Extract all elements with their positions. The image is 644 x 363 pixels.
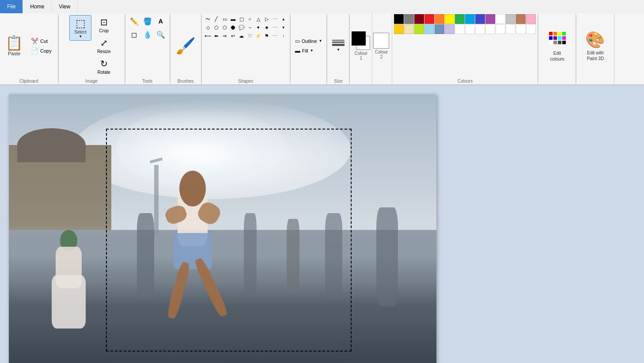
text-button[interactable]: A <box>155 15 167 27</box>
palette-color-11[interactable] <box>506 14 515 24</box>
shapes-scroll-down[interactable]: ▼ <box>280 23 288 31</box>
shape-ellipse[interactable]: ○ <box>246 15 254 23</box>
paste-button[interactable]: 📋 Paste <box>2 34 27 58</box>
shapes-scroll-up[interactable]: ▲ <box>280 15 288 23</box>
shape-rect[interactable]: ▭ <box>221 15 229 23</box>
svg-rect-11 <box>562 41 566 44</box>
palette-color-r2-2[interactable] <box>414 24 424 34</box>
palette-color-r2-13[interactable] <box>526 24 536 34</box>
shape-diamond[interactable]: ◇ <box>204 23 212 31</box>
shape-cloud[interactable]: ☁ <box>238 32 246 40</box>
resize-button[interactable]: ⤢ Resize <box>94 36 114 56</box>
shapes-expand[interactable]: ↕ <box>280 32 288 40</box>
pencil-button[interactable]: ✏️ <box>128 15 140 27</box>
tab-file[interactable]: File <box>0 0 23 13</box>
resize-icon: ⤢ <box>100 38 108 48</box>
colour1-swatch[interactable] <box>352 31 366 46</box>
shape-extra[interactable]: ⋯ <box>271 32 279 40</box>
palette-color-0[interactable] <box>394 14 404 24</box>
palette-color-4[interactable] <box>435 14 444 24</box>
svg-rect-1 <box>553 32 557 35</box>
shape-line[interactable]: ╱ <box>212 15 220 23</box>
edit-colours-button[interactable]: Edit colours <box>542 28 572 64</box>
palette-color-r2-8[interactable] <box>475 24 485 34</box>
palette-color-r2-3[interactable] <box>424 24 434 34</box>
palette-color-9[interactable] <box>485 14 495 24</box>
edit-paint3d-button[interactable]: 🎨 Edit with Paint 3D <box>580 29 610 63</box>
palette-color-13[interactable] <box>526 14 536 24</box>
rotate-button[interactable]: ↻ Rotate <box>94 57 114 76</box>
colour1-item: Colour 1 <box>352 31 370 61</box>
svg-rect-2 <box>558 32 561 35</box>
colour2-large-swatch[interactable] <box>373 33 389 49</box>
palette-color-5[interactable] <box>445 14 455 24</box>
palette-color-r2-10[interactable] <box>496 24 505 34</box>
copy-button[interactable]: 📄 Copy <box>28 46 54 55</box>
palette-color-r2-0[interactable] <box>394 24 404 34</box>
color-picker-button[interactable]: 💧 <box>141 28 154 41</box>
shape-arrow2[interactable]: ⟵ <box>204 32 212 40</box>
palette-color-r2-12[interactable] <box>516 24 526 34</box>
shape-star4[interactable]: ✦ <box>254 23 262 31</box>
shape-triangle2[interactable]: ▷ <box>263 15 271 23</box>
svg-rect-4 <box>549 36 553 40</box>
shape-arrow4[interactable]: ⇒ <box>221 32 229 40</box>
shape-arrow[interactable]: → <box>246 23 254 31</box>
palette-color-7[interactable] <box>465 14 475 24</box>
shape-more[interactable]: ⋯ <box>271 15 279 23</box>
resize-label: Resize <box>97 49 111 54</box>
svg-rect-10 <box>558 41 561 44</box>
palette-color-r2-7[interactable] <box>465 24 475 34</box>
palette-color-r2-11[interactable] <box>506 24 515 34</box>
rotate-icon: ↻ <box>100 58 108 69</box>
brushes-icon: 🖌️ <box>176 37 196 55</box>
shape-arrow5[interactable]: ↩ <box>229 32 237 40</box>
palette-color-10[interactable] <box>496 14 505 24</box>
outline-button[interactable]: ▭ Outline ▼ <box>293 37 324 45</box>
cut-button[interactable]: ✂️ Cut <box>28 37 54 46</box>
edit-colours-label: Edit colours <box>550 50 564 62</box>
tab-view[interactable]: View <box>52 0 78 13</box>
shape-callout[interactable]: 💬 <box>238 23 246 31</box>
palette-color-r2-6[interactable] <box>455 24 465 34</box>
shape-more2[interactable]: ⋯ <box>271 23 279 31</box>
shape-heart[interactable]: ♡ <box>246 32 254 40</box>
brushes-section-label: Brushes <box>170 78 201 84</box>
palette-color-1[interactable] <box>404 14 414 24</box>
palette-color-12[interactable] <box>516 14 526 24</box>
colours-section-label: Colours <box>392 78 538 84</box>
shape-star5[interactable]: ★ <box>263 23 271 31</box>
shape-hex[interactable]: ⬡ <box>221 23 229 31</box>
select-button[interactable]: ⬚ Select ▼ <box>69 15 91 41</box>
shape-oct[interactable]: ⯃ <box>229 23 237 31</box>
palette-color-2[interactable] <box>414 14 424 24</box>
shape-curve[interactable]: 〜 <box>204 15 212 23</box>
brushes-button[interactable]: 🖌️ <box>176 37 196 55</box>
shape-pentagon[interactable]: ⬠ <box>212 23 220 31</box>
fill-button[interactable]: ▬ Fill ▼ <box>293 47 324 55</box>
palette-color-8[interactable] <box>475 14 485 24</box>
palette-color-r2-1[interactable] <box>404 24 414 34</box>
fill-button[interactable]: 🪣 <box>141 15 154 27</box>
svg-rect-0 <box>549 32 553 35</box>
palette-color-r2-4[interactable] <box>435 24 444 34</box>
zoom-button[interactable]: 🔍 <box>155 28 167 41</box>
paint3d-icon: 🎨 <box>585 31 605 49</box>
tab-home[interactable]: Home <box>23 0 52 13</box>
shape-rect2[interactable]: ▬ <box>229 15 237 23</box>
size-button[interactable]: ▼ <box>332 40 345 52</box>
crop-button[interactable]: ⊡ Crop <box>94 15 114 35</box>
shape-arrow3[interactable]: ⬅ <box>212 32 220 40</box>
shape-flag[interactable]: ⚑ <box>263 32 271 40</box>
palette-color-r2-9[interactable] <box>485 24 495 34</box>
shape-triangle[interactable]: △ <box>254 15 262 23</box>
photo-background <box>9 94 436 363</box>
shape-round-rect[interactable]: ▢ <box>238 15 246 23</box>
palette-color-r2-5[interactable] <box>445 24 455 34</box>
eraser-button[interactable]: ◻ <box>128 28 140 41</box>
palette-color-6[interactable] <box>455 14 465 24</box>
palette-row1 <box>394 14 536 24</box>
shapes-section-label: Shapes <box>202 78 290 84</box>
shape-lightning[interactable]: ⚡ <box>254 32 262 40</box>
palette-color-3[interactable] <box>424 14 434 24</box>
